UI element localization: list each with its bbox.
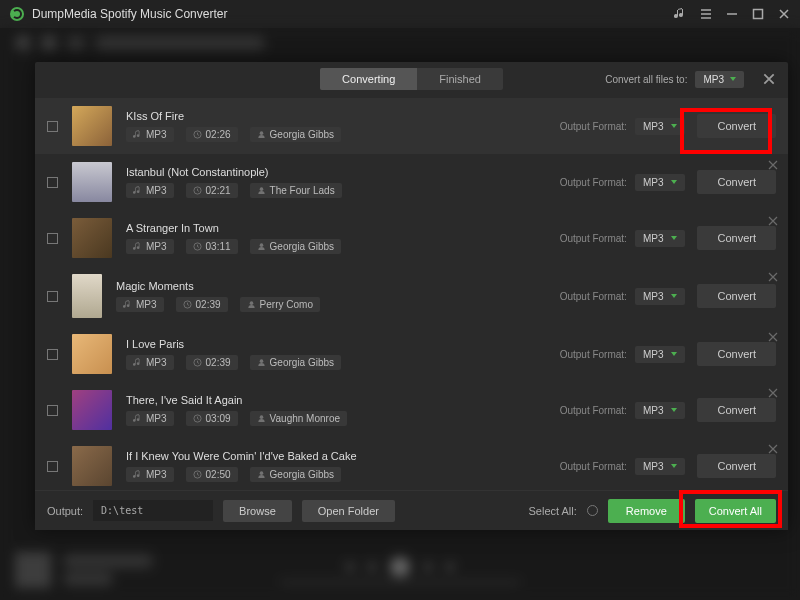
music-note-icon[interactable] <box>674 8 686 20</box>
track-checkbox[interactable] <box>47 461 58 472</box>
output-format-select[interactable]: MP3 <box>635 402 686 419</box>
modal-close-icon[interactable] <box>762 72 776 86</box>
chevron-down-icon <box>671 124 677 128</box>
convert-button[interactable]: Convert <box>697 454 776 478</box>
minimize-icon[interactable] <box>726 8 738 20</box>
convert-button[interactable]: Convert <box>697 284 776 308</box>
menu-icon[interactable] <box>700 8 712 20</box>
album-art <box>72 218 112 258</box>
convert-button[interactable]: Convert <box>697 114 776 138</box>
track-row[interactable]: Istanbul (Not Constantinople) MP3 02:21 … <box>35 154 788 210</box>
track-info: Magic Moments MP3 02:39 Perry Como <box>116 280 560 312</box>
chevron-down-icon <box>730 77 736 81</box>
track-title: Magic Moments <box>116 280 560 292</box>
output-path-input[interactable] <box>93 500 213 521</box>
convert-button[interactable]: Convert <box>697 398 776 422</box>
track-title: A Stranger In Town <box>126 222 560 234</box>
track-info: Istanbul (Not Constantinople) MP3 02:21 … <box>126 166 560 198</box>
format-chip: MP3 <box>126 127 174 142</box>
remove-track-icon[interactable] <box>768 216 778 226</box>
chevron-down-icon <box>671 294 677 298</box>
track-checkbox[interactable] <box>47 233 58 244</box>
track-meta: MP3 02:39 Georgia Gibbs <box>126 355 560 370</box>
svg-point-10 <box>259 359 263 363</box>
album-art <box>72 446 112 486</box>
output-format-select[interactable]: MP3 <box>635 288 686 305</box>
format-chip: MP3 <box>126 239 174 254</box>
output-format-label: Output Format: <box>560 461 627 472</box>
output-format-group: Output Format: MP3 <box>560 288 686 305</box>
duration-chip: 02:39 <box>186 355 238 370</box>
svg-point-14 <box>259 471 263 475</box>
artist-chip: Perry Como <box>240 297 320 312</box>
track-row[interactable]: Magic Moments MP3 02:39 Perry Como Outpu… <box>35 266 788 326</box>
output-format-label: Output Format: <box>560 233 627 244</box>
header-right: Convert all files to: MP3 <box>605 71 776 88</box>
track-info: If I Knew You Were Comin' I'd've Baked a… <box>126 450 560 482</box>
duration-chip: 03:09 <box>186 411 238 426</box>
open-folder-button[interactable]: Open Folder <box>302 500 395 522</box>
modal-footer: Output: Browse Open Folder Select All: R… <box>35 490 788 530</box>
track-row[interactable]: A Stranger In Town MP3 03:11 Georgia Gib… <box>35 210 788 266</box>
output-format-select[interactable]: MP3 <box>635 174 686 191</box>
chevron-down-icon <box>671 180 677 184</box>
maximize-icon[interactable] <box>752 8 764 20</box>
titlebar: DumpMedia Spotify Music Converter <box>0 0 800 28</box>
track-title: Istanbul (Not Constantinople) <box>126 166 560 178</box>
track-checkbox[interactable] <box>47 405 58 416</box>
output-format-select[interactable]: MP3 <box>635 230 686 247</box>
track-checkbox[interactable] <box>47 121 58 132</box>
track-title: KIss Of Fire <box>126 110 560 122</box>
convert-button[interactable]: Convert <box>697 226 776 250</box>
duration-chip: 02:39 <box>176 297 228 312</box>
chevron-down-icon <box>671 408 677 412</box>
remove-track-icon[interactable] <box>768 332 778 342</box>
output-format-label: Output Format: <box>560 405 627 416</box>
convert-button[interactable]: Convert <box>697 170 776 194</box>
convert-button[interactable]: Convert <box>697 342 776 366</box>
track-checkbox[interactable] <box>47 291 58 302</box>
album-art <box>72 162 112 202</box>
convert-all-format-select[interactable]: MP3 <box>695 71 744 88</box>
track-checkbox[interactable] <box>47 177 58 188</box>
titlebar-right <box>674 8 790 20</box>
output-format-select[interactable]: MP3 <box>635 346 686 363</box>
svg-point-6 <box>259 243 263 247</box>
remove-track-icon[interactable] <box>768 444 778 454</box>
output-format-group: Output Format: MP3 <box>560 402 686 419</box>
track-info: I Love Paris MP3 02:39 Georgia Gibbs <box>126 338 560 370</box>
output-format-group: Output Format: MP3 <box>560 174 686 191</box>
remove-track-icon[interactable] <box>768 160 778 170</box>
output-format-select[interactable]: MP3 <box>635 458 686 475</box>
chevron-down-icon <box>671 236 677 240</box>
track-row[interactable]: If I Knew You Were Comin' I'd've Baked a… <box>35 438 788 490</box>
track-row[interactable]: KIss Of Fire MP3 02:26 Georgia Gibbs Out… <box>35 98 788 154</box>
select-all-label: Select All: <box>529 505 577 517</box>
track-list[interactable]: KIss Of Fire MP3 02:26 Georgia Gibbs Out… <box>35 96 788 490</box>
track-row[interactable]: There, I've Said It Again MP3 03:09 Vaug… <box>35 382 788 438</box>
convert-all-label: Convert all files to: <box>605 74 687 85</box>
remove-button[interactable]: Remove <box>608 499 685 523</box>
convert-all-format-value: MP3 <box>703 74 724 85</box>
output-format-group: Output Format: MP3 <box>560 118 686 135</box>
output-format-label: Output Format: <box>560 291 627 302</box>
track-row[interactable]: I Love Paris MP3 02:39 Georgia Gibbs Out… <box>35 326 788 382</box>
track-info: There, I've Said It Again MP3 03:09 Vaug… <box>126 394 560 426</box>
tab-converting[interactable]: Converting <box>320 68 417 90</box>
convert-all-button[interactable]: Convert All <box>695 499 776 523</box>
output-format-select[interactable]: MP3 <box>635 118 686 135</box>
close-icon[interactable] <box>778 8 790 20</box>
tab-finished[interactable]: Finished <box>417 68 503 90</box>
duration-chip: 03:11 <box>186 239 238 254</box>
remove-track-icon[interactable] <box>768 388 778 398</box>
tab-group: Converting Finished <box>320 68 503 90</box>
output-format-label: Output Format: <box>560 177 627 188</box>
track-title: There, I've Said It Again <box>126 394 560 406</box>
format-chip: MP3 <box>116 297 164 312</box>
browse-button[interactable]: Browse <box>223 500 292 522</box>
select-all-radio[interactable] <box>587 505 598 516</box>
track-meta: MP3 02:21 The Four Lads <box>126 183 560 198</box>
track-checkbox[interactable] <box>47 349 58 360</box>
remove-track-icon[interactable] <box>768 272 778 282</box>
chevron-down-icon <box>671 464 677 468</box>
